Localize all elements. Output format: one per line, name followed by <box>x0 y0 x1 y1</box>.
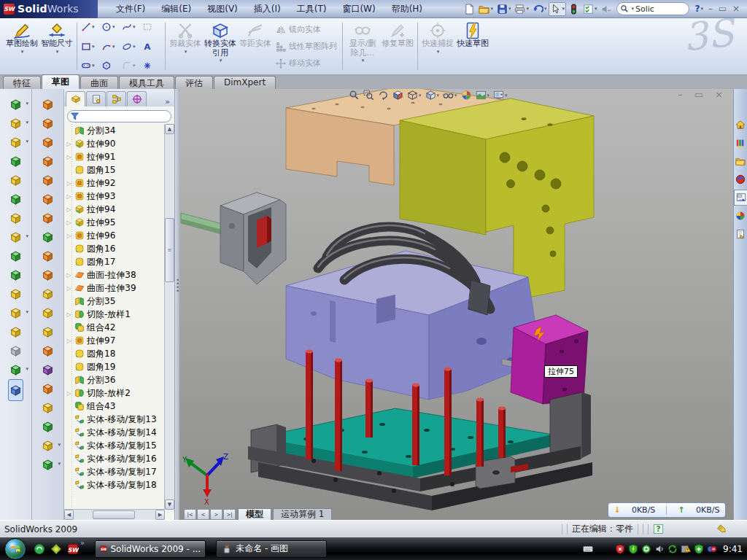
bottom-tab-模型[interactable]: 模型 <box>238 508 271 520</box>
feature-tool-col2-5[interactable] <box>42 190 54 209</box>
tree-item[interactable]: ▷曲面-拉伸38 <box>64 268 165 281</box>
print-icon[interactable]: ▾ <box>513 2 530 16</box>
window-controls[interactable]: – ▭ × <box>705 4 744 14</box>
tree-item[interactable]: ▷曲面-拉伸39 <box>64 281 165 295</box>
feature-tool-col2-16[interactable] <box>42 398 54 417</box>
tree-item[interactable]: ▷拉伸91 <box>64 150 165 163</box>
new-document-icon[interactable] <box>462 2 476 16</box>
feature-tool-col2-13[interactable] <box>42 341 54 360</box>
sketch-tool-line[interactable]: ▾ <box>81 22 100 32</box>
feature-tool-col1-15[interactable] <box>8 379 23 401</box>
feature-tool-col2-0[interactable] <box>42 95 54 114</box>
sketch-tool-rect[interactable]: ▾ <box>81 42 100 52</box>
tree-filter-input[interactable] <box>67 110 171 122</box>
feature-tool-col2-14[interactable] <box>42 360 54 379</box>
tab-曲面[interactable]: 曲面 <box>80 76 118 89</box>
hide-show-items-icon[interactable]: ▾ <box>443 90 457 101</box>
rebuild-traffic-light-icon[interactable] <box>567 2 581 16</box>
display-style-icon[interactable]: ▾ <box>425 90 440 101</box>
menu-item-2[interactable]: 视图(V) <box>199 1 246 18</box>
hscroll-thumb[interactable] <box>93 510 135 519</box>
tree-item[interactable]: 实体-移动/复制13 <box>64 413 165 426</box>
configurationmanager-tab-icon[interactable] <box>107 91 126 106</box>
sketch-tool-circle[interactable]: ▾ <box>101 22 120 32</box>
graphics-viewport[interactable]: Y Z X ▾▾▾▾▾ – ▭ × 拉伸75 |<<>>|模型运动算例 1 ↓ … <box>179 89 733 520</box>
sketch-tool-ellipse[interactable]: ▾ <box>122 42 141 52</box>
feature-tool-col2-18[interactable]: ▾ <box>42 436 54 455</box>
apply-scene-icon[interactable]: ▾ <box>476 90 490 101</box>
feature-tool-col2-1[interactable] <box>42 114 54 133</box>
feature-tool-col1-7[interactable]: ▾ <box>9 228 22 246</box>
tree-item[interactable]: 组合42 <box>64 321 165 334</box>
tree-item[interactable]: 圆角15 <box>64 163 165 176</box>
feature-tool-col1-2[interactable]: ▾ <box>9 133 22 152</box>
feature-tool-col2-12[interactable] <box>42 322 54 341</box>
start-button[interactable] <box>4 538 26 560</box>
badge-green-icon[interactable] <box>641 544 651 554</box>
taskbar-window-未命名 - 画图[interactable]: 未命名 - 画图 <box>216 540 327 558</box>
tree-item[interactable]: 实体-移动/复制15 <box>64 439 165 452</box>
help-button[interactable]: ?▾ <box>693 2 704 15</box>
section-view-icon[interactable] <box>392 90 403 101</box>
nav-button-2[interactable]: > <box>210 509 222 520</box>
home-icon[interactable] <box>734 117 747 133</box>
tree-item[interactable]: ▷切除-放样1 <box>64 308 165 321</box>
voice-commands-icon[interactable] <box>599 2 613 16</box>
feature-tool-col2-19[interactable]: ▾ <box>42 455 54 474</box>
shield-red-icon[interactable] <box>615 544 625 554</box>
tab-特征[interactable]: 特征 <box>3 76 41 89</box>
undo-icon[interactable]: ▾ <box>531 2 549 16</box>
scroll-down-icon[interactable]: ▼ <box>165 499 174 510</box>
tab-评估[interactable]: 评估 <box>175 76 213 89</box>
tree-item[interactable]: ▷拉伸95 <box>64 216 165 229</box>
feature-tool-col1-13[interactable] <box>9 341 22 360</box>
sketch-tool-arc[interactable]: ▾ <box>101 42 120 52</box>
sketch-tool-polygon[interactable] <box>101 61 120 71</box>
green-diamond-app-icon[interactable] <box>50 543 62 555</box>
green-circle-app-icon[interactable] <box>34 543 45 555</box>
feature-tool-col2-8[interactable] <box>42 246 54 265</box>
tree-tabs-overflow-icon[interactable]: » <box>162 97 173 106</box>
cm-button-等距实体[interactable]: 等距实体 <box>238 20 273 73</box>
feature-tool-col1-12[interactable] <box>9 322 22 341</box>
cm-button-转换实体引用[interactable]: 转换实体引用▾ <box>203 20 238 73</box>
feature-tool-col1-9[interactable] <box>9 265 22 284</box>
document-window-controls[interactable]: – ▭ × <box>678 89 727 100</box>
sw-cube-icon[interactable]: SW <box>67 543 79 555</box>
view-orientation-icon[interactable]: ▾ <box>407 90 422 101</box>
cm-button-草图绘制[interactable]: 草图绘制▾ <box>4 20 39 73</box>
tree-item[interactable]: ▷拉伸93 <box>64 190 165 203</box>
feature-tool-col2-3[interactable] <box>42 152 54 171</box>
cm-button-智能尺寸[interactable]: 智能尺寸▾ <box>39 20 74 73</box>
tree-item[interactable]: 圆角17 <box>64 255 165 268</box>
file-explorer-icon[interactable] <box>734 153 747 169</box>
keyboard-icon[interactable] <box>583 544 593 554</box>
tree-item[interactable]: 实体-移动/复制18 <box>64 478 165 491</box>
menu-item-0[interactable]: 文件(F) <box>108 1 153 18</box>
network-speed-widget[interactable]: ↓ 0KB/S ↑ 0KB/S <box>608 502 726 518</box>
tree-item[interactable]: 分割35 <box>64 295 165 308</box>
sketch-tool-sk-fillet[interactable]: ▾ <box>122 61 141 71</box>
bottom-tab-运动算例 1[interactable]: 运动算例 1 <box>273 508 332 520</box>
sw-resources-icon[interactable] <box>734 171 747 187</box>
tree-item[interactable]: 组合43 <box>64 400 165 413</box>
tree-item[interactable]: ▷拉伸96 <box>64 229 165 242</box>
sketch-tool-slot[interactable]: ▾ <box>81 61 100 71</box>
feature-tool-col2-11[interactable] <box>42 303 54 322</box>
feature-tool-col2-9[interactable] <box>42 265 54 284</box>
feature-tool-col2-10[interactable] <box>42 284 54 303</box>
tree-item[interactable]: ▷拉伸97 <box>64 334 165 347</box>
sketch-tool-spline[interactable]: ▾ <box>122 22 141 32</box>
search-box[interactable]: ▾Solic <box>616 2 689 15</box>
feature-tool-col2-4[interactable] <box>42 171 54 190</box>
tree-item[interactable]: 实体-移动/复制16 <box>64 452 165 465</box>
feature-tool-col1-14[interactable]: ▾ <box>9 360 22 379</box>
rotate-view-icon[interactable] <box>378 90 389 101</box>
feature-tool-col1-10[interactable] <box>9 284 22 303</box>
menu-item-3[interactable]: 插入(I) <box>246 1 289 18</box>
feature-tool-col1-0[interactable]: ▾ <box>9 95 22 114</box>
view-settings-icon[interactable]: ▾ <box>493 90 508 101</box>
zoom-fit-icon[interactable] <box>349 90 360 101</box>
tree-item[interactable]: ▷拉伸92 <box>64 176 165 190</box>
feature-tool-col2-17[interactable] <box>42 417 54 436</box>
